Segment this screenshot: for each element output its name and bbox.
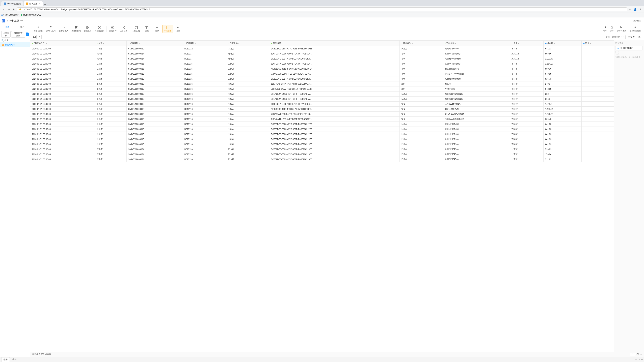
col-header-city[interactable]: T 城市 ▾ bbox=[95, 40, 126, 46]
col-header-product_code[interactable]: T 商品编码 ▾ bbox=[269, 40, 400, 46]
left-tab-data[interactable]: 数据 bbox=[0, 24, 15, 30]
save-update-button[interactable]: 全部保存并更新 bbox=[11, 31, 25, 37]
lineage-btn[interactable]: 血缘视图 bbox=[632, 19, 642, 22]
col-header-product_name[interactable]: T 商品名称 ▾ bbox=[443, 40, 510, 46]
left-tab-component[interactable]: 组件 bbox=[15, 24, 30, 30]
table-row[interactable]: 2020-01-01 00:00:00松原市SMDBJ18000016D0101… bbox=[30, 91, 614, 96]
refresh-button[interactable]: ↻ bbox=[12, 7, 16, 11]
datasource-item-1[interactable]: X5 X5 销售明细表 bbox=[615, 46, 643, 50]
profile-icon[interactable]: 👤 bbox=[633, 7, 638, 11]
col-header-province[interactable]: T 省份 ▾ bbox=[510, 40, 544, 46]
table-row[interactable]: 2020-01-01 00:00:00鹤岗市SMDBJ18000014D0101… bbox=[30, 51, 614, 56]
app-more-icon[interactable]: ••• bbox=[20, 19, 23, 22]
table-row[interactable]: 2020-01-01 00:00:00松原市SMDBJ18000016D0101… bbox=[30, 86, 614, 91]
cell-product_code: AE451BC0-8615-4F8C-8126-05E0C01DDF24 bbox=[269, 66, 400, 71]
add-table-button[interactable]: + bbox=[26, 32, 29, 36]
bottom-tab-icon-3[interactable]: ⊞ bbox=[641, 358, 643, 361]
table-row[interactable]: 2020-01-01 00:00:00松原市SMDBJ18000016D0101… bbox=[30, 112, 614, 117]
table-row[interactable]: 2020-01-01 00:00:00松原市SMDBJ18000016D0101… bbox=[30, 142, 614, 147]
browser-tab-1[interactable]: FineBI商业智能 bbox=[1, 1, 23, 6]
other-add-col-button[interactable]: 分组汇总 bbox=[82, 25, 93, 33]
col-filter-quantity[interactable]: ▾ bbox=[590, 42, 591, 44]
address-bar[interactable]: 🔓 192.168.171.80:8080/finebi/decision/v5… bbox=[17, 7, 627, 11]
bottom-tab-icon-1[interactable]: ⊠ bbox=[635, 358, 636, 361]
table-row[interactable]: 2020-01-01 00:00:00松原市SMDBJ18000016D0101… bbox=[30, 137, 614, 142]
bookmark-1[interactable]: 电商618数据大屏 bbox=[1, 13, 19, 16]
col-filter-order_code[interactable]: ▾ bbox=[139, 42, 140, 44]
bottom-tab-icon-2[interactable]: ⊡ bbox=[638, 358, 640, 361]
search-input[interactable] bbox=[4, 39, 30, 41]
bottom-tab-data[interactable]: 数据 bbox=[1, 357, 10, 362]
bottom-tab-component[interactable]: 组件 bbox=[10, 357, 18, 362]
page-next-button[interactable]: › bbox=[641, 353, 642, 356]
field-settings-button[interactable]: 字段设置 bbox=[162, 25, 173, 33]
tab-close-2[interactable]: ✕ bbox=[39, 3, 40, 5]
table-row[interactable]: 2020-01-01 00:00:00松原市SMDBJ18000016D0101… bbox=[30, 117, 614, 122]
table-row[interactable]: 2020-01-01 00:00:00辽源市SMDBJ18000015D0101… bbox=[30, 61, 614, 66]
col-header-date[interactable]: T 日期(年月日) ▾ bbox=[30, 40, 95, 46]
col-filter-province[interactable]: ▾ bbox=[518, 42, 519, 44]
col-header-product_type[interactable]: T 商品类别 ▾ bbox=[400, 40, 443, 46]
condition-label-button[interactable]: 条件标签列 bbox=[70, 25, 82, 33]
add-assign-val-button[interactable]: T+ 新增赋值列 bbox=[57, 25, 70, 33]
page-input[interactable] bbox=[630, 353, 636, 356]
other-add-button[interactable]: 其他添加列 bbox=[93, 25, 106, 33]
col-filter-store_name[interactable]: ▾ bbox=[238, 42, 239, 44]
add-summary-col-button[interactable]: Σ 新增汇总列 bbox=[45, 25, 57, 33]
browser-tab-2[interactable]: 分析主题 ✕ bbox=[24, 1, 43, 6]
table-row[interactable]: 2020-01-01 00:00:00辽源市SMDBJ18000015D0101… bbox=[30, 71, 614, 76]
col-filter-cost[interactable]: ▾ bbox=[554, 42, 555, 44]
table-row[interactable]: 2020-01-01 00:00:00鞍山市SMDBJ18000024D0101… bbox=[30, 152, 614, 157]
calc-button[interactable]: 数据进行计算 bbox=[627, 35, 642, 39]
table-row[interactable]: 2020-01-01 00:00:00辽源市SMDBJ18000015D0101… bbox=[30, 66, 614, 71]
col-filter-date[interactable]: ▾ bbox=[46, 42, 47, 44]
col-filter-store_code[interactable]: ▾ bbox=[195, 42, 196, 44]
table-row[interactable]: 2020-01-01 00:00:00松原市SMDBJ18000016D0101… bbox=[30, 132, 614, 137]
col-filter-product_code[interactable]: ▾ bbox=[282, 42, 282, 44]
table-row[interactable]: 2020-01-01 00:00:00鞍山市SMDBJ18000024D0101… bbox=[30, 147, 614, 152]
sql-view-button[interactable]: {} bbox=[37, 35, 42, 39]
merge-lr-button[interactable]: 左右合并 bbox=[108, 25, 118, 33]
refresh-button[interactable]: ↺ 刷新 bbox=[602, 25, 608, 33]
table-row[interactable]: 2020-01-01 00:00:00松原市SMDBJ18000016D0101… bbox=[30, 127, 614, 132]
table-row[interactable]: 2020-01-01 00:00:00松原市SMDBJ18000016D0101… bbox=[30, 102, 614, 107]
back-button[interactable]: ← bbox=[1, 7, 6, 11]
page-prev-button[interactable]: ‹ bbox=[640, 353, 641, 356]
table-row[interactable]: 2020-01-01 00:00:00松原市SMDBJ18000016D0101… bbox=[30, 81, 614, 86]
add-formula-col-button[interactable]: fx 新增公式列 bbox=[32, 25, 44, 33]
table-row[interactable]: 2020-01-01 00:00:00白山市SMDBJ18000010D0101… bbox=[30, 46, 614, 51]
col-header-cost[interactable]: N 成本额 ▾ bbox=[544, 40, 582, 46]
col-filter-product_name[interactable]: ▾ bbox=[455, 42, 456, 44]
data-table-container[interactable]: T 日期(年月日) ▾ T 城市 ▾ T 单据编码 ▾ T 门店编码 ▾ T 门… bbox=[30, 40, 614, 352]
save-all-button[interactable]: 全部保存 bbox=[1, 31, 10, 37]
table-row[interactable]: 2020-01-01 00:00:00鞍山市SMDBJ18000024D0101… bbox=[30, 157, 614, 162]
col-header-store_code[interactable]: T 门店编码 ▾ bbox=[183, 40, 226, 46]
save-update-button[interactable]: 保存并更新 bbox=[616, 25, 628, 33]
add-datasource-button[interactable]: + bbox=[615, 51, 619, 54]
exit-button[interactable]: 退出出差视图 bbox=[628, 25, 642, 33]
new-tab-button[interactable]: + bbox=[43, 3, 47, 6]
col-header-order_code[interactable]: T 单据编码 ▾ bbox=[126, 40, 183, 46]
save-button[interactable]: 保存 bbox=[608, 25, 615, 33]
table-row[interactable]: 2020-01-01 00:00:00松原市SMDBJ18000016D0101… bbox=[30, 107, 614, 112]
group-agg-button[interactable]: 分组汇总 bbox=[131, 25, 142, 33]
col-filter-city[interactable]: ▾ bbox=[103, 42, 104, 44]
col-filter-product_type[interactable]: ▾ bbox=[412, 42, 413, 44]
table-row[interactable]: 2020-01-01 00:00:00松原市SMDBJ18000016D0101… bbox=[30, 122, 614, 127]
bookmark-2[interactable]: Java互联网架构论... bbox=[21, 13, 41, 16]
col-header-store_name[interactable]: T 门店名称 ▾ bbox=[226, 40, 269, 46]
filter-button[interactable]: 过滤 bbox=[142, 25, 152, 33]
merge-ud-button[interactable]: 上下合并 bbox=[118, 25, 129, 33]
bookmark-icon[interactable]: ☆ bbox=[628, 7, 632, 11]
rows-dropdown[interactable]: 前1000万行 ▾ bbox=[611, 35, 626, 39]
table-item-sales[interactable]: 表 销售明细表 bbox=[0, 42, 30, 47]
table-row[interactable]: 2020-01-01 00:00:00鹤岗市SMDBJ18000014D0101… bbox=[30, 56, 614, 61]
table-view-button[interactable] bbox=[32, 35, 36, 39]
settings-icon[interactable]: ⋮ bbox=[638, 7, 643, 11]
table-row[interactable]: 2020-01-01 00:00:00辽源市SMDBJ18000015D0101… bbox=[30, 76, 614, 81]
col-header-quantity[interactable]: N 数量 ▾ bbox=[582, 40, 614, 46]
forward-button[interactable]: → bbox=[7, 7, 11, 11]
sort-button[interactable]: 排序 bbox=[152, 25, 162, 33]
more-button[interactable]: 更多 bbox=[173, 25, 183, 33]
table-row[interactable]: 2020-01-01 00:00:00松原市SMDBJ18000016D0101… bbox=[30, 96, 614, 102]
